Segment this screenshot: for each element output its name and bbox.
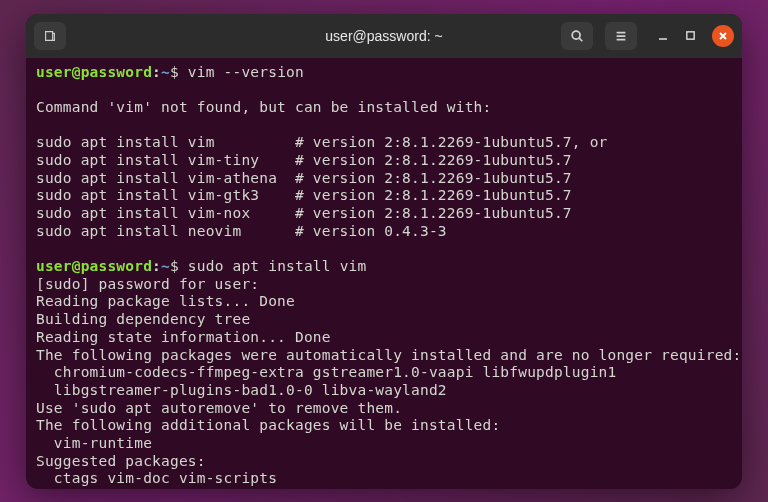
terminal-body[interactable]: user@password:~$ vim --version Command '… [26, 58, 742, 489]
prompt-symbol-2: $ [170, 258, 179, 274]
new-tab-button[interactable] [34, 22, 66, 50]
output-sudopw: [sudo] password for user: [36, 276, 259, 292]
window-title: user@password: ~ [325, 28, 442, 44]
command-2: sudo apt install vim [188, 258, 367, 274]
prompt-userhost: user@password [36, 64, 152, 80]
output-build1: Building dependency tree [36, 311, 250, 327]
titlebar: user@password: ~ [26, 14, 742, 58]
prompt-path: ~ [161, 64, 170, 80]
svg-rect-6 [687, 32, 694, 39]
output-auto2: chromium-codecs-ffmpeg-extra gstreamer1.… [36, 364, 616, 380]
prompt-symbol: $ [170, 64, 179, 80]
maximize-button[interactable] [685, 30, 696, 41]
minimize-button[interactable] [657, 30, 669, 42]
output-read1: Reading package lists... Done [36, 293, 295, 309]
prompt-colon-2: : [152, 258, 161, 274]
titlebar-left [34, 22, 66, 50]
menu-button[interactable] [605, 22, 637, 50]
svg-line-1 [579, 38, 582, 41]
output-sugg1: sudo apt install vim # version 2:8.1.226… [36, 134, 608, 150]
svg-point-0 [572, 31, 580, 39]
prompt-colon: : [152, 64, 161, 80]
output-addpkg2: vim-runtime [36, 435, 152, 451]
terminal-window: user@password: ~ user@password:~$ vim [26, 14, 742, 489]
output-sugg6: sudo apt install neovim # version 0.4.3-… [36, 223, 447, 239]
output-auto3: libgstreamer-plugins-bad1.0-0 libva-wayl… [36, 382, 447, 398]
output-read2: Reading state information... Done [36, 329, 331, 345]
prompt-path-2: ~ [161, 258, 170, 274]
search-button[interactable] [561, 22, 593, 50]
output-sugg2: sudo apt install vim-tiny # version 2:8.… [36, 152, 572, 168]
titlebar-right [561, 22, 734, 50]
output-notfound: Command 'vim' not found, but can be inst… [36, 99, 491, 115]
window-controls [657, 25, 734, 47]
output-addpkg1: The following additional packages will b… [36, 417, 500, 433]
command-1: vim --version [188, 64, 304, 80]
close-button[interactable] [712, 25, 734, 47]
output-sugg5: sudo apt install vim-nox # version 2:8.1… [36, 205, 572, 221]
output-sugg3: sudo apt install vim-athena # version 2:… [36, 170, 572, 186]
output-suggpkg1: Suggested packages: [36, 453, 206, 469]
output-auto4: Use 'sudo apt autoremove' to remove them… [36, 400, 402, 416]
prompt-userhost-2: user@password [36, 258, 152, 274]
output-sugg4: sudo apt install vim-gtk3 # version 2:8.… [36, 187, 572, 203]
output-suggpkg2: ctags vim-doc vim-scripts [36, 470, 277, 486]
output-auto1: The following packages were automaticall… [36, 347, 741, 363]
